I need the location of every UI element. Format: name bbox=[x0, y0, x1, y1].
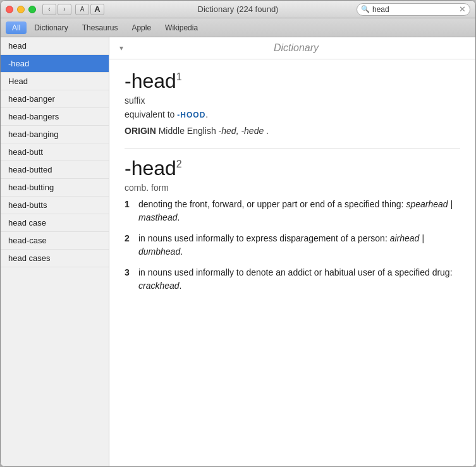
sidebar: head -head Head head-banger head-bangers… bbox=[1, 37, 109, 466]
maximize-button[interactable] bbox=[28, 6, 36, 13]
forward-button[interactable]: › bbox=[58, 4, 71, 15]
sidebar-item-head-butts[interactable]: head-butts bbox=[1, 197, 109, 214]
search-box: 🔍 ✕ bbox=[357, 3, 470, 16]
def-text-1: denoting the front, forward, or upper pa… bbox=[138, 198, 460, 224]
minimize-button[interactable] bbox=[17, 6, 25, 13]
tab-apple[interactable]: Apple bbox=[125, 21, 157, 34]
entry-1-equiv: equivalent to -hood. bbox=[125, 109, 460, 119]
sidebar-item-head-banger[interactable]: head-banger bbox=[1, 90, 109, 108]
titlebar: ‹ › A A Dictionary (224 found) 🔍 ✕ bbox=[1, 1, 475, 18]
window-title: Dictionary (224 found) bbox=[198, 4, 279, 14]
app-window: ‹ › A A Dictionary (224 found) 🔍 ✕ Al bbox=[0, 0, 476, 467]
sidebar-item-head-banging[interactable]: head-banging bbox=[1, 126, 109, 143]
entry-1-superscript: 1 bbox=[176, 71, 182, 82]
sidebar-item-head-suffix[interactable]: -head bbox=[1, 55, 109, 73]
entry-1-pos: suffix bbox=[125, 95, 460, 106]
back-button[interactable]: ‹ bbox=[42, 4, 56, 15]
dictionary-area: ▾ Dictionary -head1 suffix equivalent to… bbox=[109, 37, 475, 466]
sidebar-item-head-case[interactable]: head case bbox=[1, 214, 109, 232]
font-buttons: A A bbox=[75, 4, 104, 15]
forward-icon: › bbox=[63, 6, 65, 13]
def-item-2: 2 in nouns used informally to express di… bbox=[125, 232, 460, 258]
entry-2-pos: comb. form bbox=[125, 183, 460, 193]
tabbar: All Dictionary Thesaurus Apple Wikipedia bbox=[1, 18, 475, 37]
entry-divider bbox=[125, 149, 460, 149]
sidebar-item-head-butt[interactable]: head-butt bbox=[1, 143, 109, 161]
equiv-link[interactable]: -hood bbox=[177, 111, 205, 119]
font-small-button[interactable]: A bbox=[75, 4, 89, 15]
nav-buttons: ‹ › bbox=[42, 4, 71, 15]
sidebar-item-head-butting[interactable]: head-butting bbox=[1, 179, 109, 197]
entry-2: -head2 comb. form 1 denoting the front, … bbox=[125, 157, 460, 293]
sidebar-item-head-case-hyphen[interactable]: head-case bbox=[1, 232, 109, 250]
back-icon: ‹ bbox=[48, 6, 50, 13]
tab-wikipedia[interactable]: Wikipedia bbox=[159, 21, 204, 34]
sidebar-item-head-bangers[interactable]: head-bangers bbox=[1, 108, 109, 126]
entry-2-superscript: 2 bbox=[176, 159, 182, 169]
tab-dictionary[interactable]: Dictionary bbox=[28, 21, 74, 34]
tab-all[interactable]: All bbox=[6, 21, 27, 34]
def-number-2: 2 bbox=[125, 232, 135, 258]
main-content: head -head Head head-banger head-bangers… bbox=[1, 37, 475, 466]
def-text-3: in nouns used informally to denote an ad… bbox=[138, 266, 460, 293]
def-item-3: 3 in nouns used informally to denote an … bbox=[125, 266, 460, 293]
close-button[interactable] bbox=[6, 6, 13, 13]
search-clear-button[interactable]: ✕ bbox=[459, 4, 466, 14]
tab-thesaurus[interactable]: Thesaurus bbox=[76, 21, 125, 34]
section-arrow: ▾ bbox=[119, 44, 123, 52]
entry-1: -head1 suffix equivalent to -hood. ORIGI… bbox=[125, 70, 460, 136]
def-number-1: 1 bbox=[125, 198, 135, 224]
entry-1-word: -head1 bbox=[125, 70, 460, 93]
dict-section-title: Dictionary bbox=[127, 42, 465, 54]
sidebar-item-head-cases[interactable]: head cases bbox=[1, 250, 109, 267]
sidebar-item-Head[interactable]: Head bbox=[1, 73, 109, 90]
dict-section-header: ▾ Dictionary bbox=[109, 37, 475, 59]
sidebar-item-head-butted[interactable]: head-butted bbox=[1, 161, 109, 179]
entry-2-word: -head2 bbox=[125, 157, 460, 180]
origin-forms: -hed, -hede bbox=[219, 126, 264, 136]
def-examples-3: crackhead bbox=[138, 281, 180, 291]
entry-1-origin: ORIGIN Middle English -hed, -hede . bbox=[125, 126, 460, 136]
font-large-button[interactable]: A bbox=[90, 4, 104, 15]
def-item-1: 1 denoting the front, forward, or upper … bbox=[125, 198, 460, 224]
def-number-3: 3 bbox=[125, 266, 135, 293]
sidebar-item-head[interactable]: head bbox=[1, 37, 109, 55]
def-text-2: in nouns used informally to express disp… bbox=[138, 232, 460, 258]
search-input[interactable] bbox=[372, 5, 455, 14]
entry-2-definitions: 1 denoting the front, forward, or upper … bbox=[125, 198, 460, 293]
traffic-lights bbox=[6, 6, 36, 13]
dict-content: -head1 suffix equivalent to -hood. ORIGI… bbox=[109, 59, 475, 315]
search-icon: 🔍 bbox=[361, 5, 370, 13]
search-container: 🔍 ✕ bbox=[357, 3, 470, 16]
